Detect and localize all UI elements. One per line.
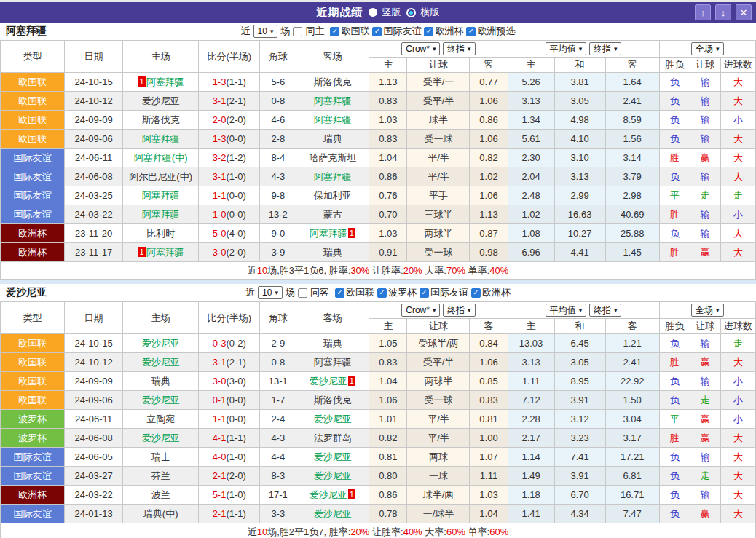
near-label: 近 — [241, 25, 251, 38]
team-name-link[interactable]: 瑞典(中) — [143, 508, 178, 519]
team-name-link[interactable]: 瑞典 — [323, 133, 342, 144]
league-filter-item: ✓欧国联 — [330, 25, 369, 38]
team-name-link[interactable]: 爱沙尼亚 — [310, 489, 347, 500]
team-name-link[interactable]: 斯洛伐克 — [314, 76, 352, 87]
match-count-select[interactable]: 10▾ — [253, 25, 278, 38]
team-name-link[interactable]: 爱沙尼亚 — [142, 338, 180, 349]
odds-company-select[interactable]: Crow*▾ — [401, 304, 440, 317]
odds-time-value: 终指 — [447, 305, 465, 315]
team-name-link[interactable]: 瑞士 — [151, 451, 170, 462]
team-name-link[interactable]: 爱沙尼亚 — [314, 451, 352, 462]
team-name-link[interactable]: 阿塞拜疆(中) — [134, 152, 188, 163]
team-name-heading: 阿塞拜疆 — [6, 25, 47, 38]
fulltime-score: 3-0 — [213, 376, 227, 387]
score-cell: 3-1(2-1) — [199, 92, 260, 111]
vertical-layout-radio[interactable] — [369, 8, 377, 17]
team-name-link[interactable]: 保加利亚 — [314, 190, 352, 201]
move-up-button[interactable]: ↑ — [695, 4, 711, 20]
sub-col-handicap: 让球 — [407, 319, 470, 334]
team-name-link[interactable]: 阿尔巴尼亚(中) — [129, 171, 192, 182]
result-handicap: 赢 — [690, 149, 720, 167]
team-name-link[interactable]: 阿塞拜疆 — [314, 114, 352, 125]
home-team-cell: 阿塞拜疆(中) — [123, 149, 199, 167]
avg-select[interactable]: 平均值▾ — [546, 304, 587, 317]
team-name-link[interactable]: 爱沙尼亚 — [142, 95, 180, 106]
team-name-link[interactable]: 阿塞拜疆 — [314, 357, 352, 368]
team-name-link[interactable]: 斯洛伐克 — [314, 395, 352, 406]
team-name-link[interactable]: 瑞典 — [323, 338, 342, 349]
result-handicap: 输 — [690, 372, 720, 391]
away-team-cell: 爱沙尼亚 — [296, 505, 369, 523]
league-checkbox[interactable]: ✓ — [420, 288, 429, 298]
col-header-score: 比分(半场) — [199, 302, 260, 334]
odds-away: 0.85 — [470, 372, 508, 391]
move-down-button[interactable]: ↓ — [715, 4, 731, 20]
league-checkbox[interactable]: ✓ — [471, 288, 481, 298]
team-name-link[interactable]: 波兰 — [151, 489, 170, 500]
odds-time-select[interactable]: 终指▾ — [443, 304, 476, 317]
team-name-link[interactable]: 阿塞拜疆 — [146, 76, 184, 87]
horizontal-layout-radio[interactable] — [406, 8, 416, 17]
league-checkbox[interactable]: ✓ — [330, 27, 339, 36]
same-venue-checkbox[interactable] — [298, 288, 307, 298]
league-checkbox[interactable]: ✓ — [466, 27, 476, 36]
league-checkbox-label: 欧国联 — [346, 286, 374, 299]
home-team-cell: 芬兰 — [123, 467, 199, 486]
same-venue-checkbox[interactable] — [293, 27, 302, 36]
team-name-link[interactable]: 爱沙尼亚 — [314, 508, 352, 519]
odds-handicap: 受半/一 — [407, 73, 470, 92]
match-date: 24-10-12 — [65, 353, 123, 372]
team-name-link[interactable]: 阿塞拜疆 — [314, 95, 352, 106]
team-name-link[interactable]: 瑞典 — [323, 247, 342, 258]
team-name-link[interactable]: 法罗群岛 — [314, 432, 352, 443]
odds-time-select[interactable]: 终指▾ — [443, 42, 476, 55]
score-cell: 2-1(1-1) — [199, 505, 260, 523]
team-name-link[interactable]: 阿塞拜疆 — [314, 171, 352, 182]
league-checkbox[interactable]: ✓ — [424, 27, 433, 36]
odds-company-select[interactable]: Crow*▾ — [401, 42, 440, 55]
team-name-link[interactable]: 爱沙尼亚 — [310, 376, 347, 387]
league-checkbox[interactable]: ✓ — [335, 288, 344, 298]
league-checkbox[interactable]: ✓ — [372, 27, 382, 36]
team-name-link[interactable]: 阿塞拜疆 — [142, 133, 180, 144]
team-name-link[interactable]: 瑞典 — [151, 376, 170, 387]
corner-count: 2-9 — [260, 334, 296, 353]
corner-count: 4-3 — [260, 167, 296, 186]
team-name-link[interactable]: 立陶宛 — [146, 414, 175, 424]
halftime-score: (0-2) — [226, 338, 245, 349]
match-count-select[interactable]: 10▾ — [258, 286, 283, 299]
avg-time-select[interactable]: 终指▾ — [589, 42, 622, 55]
avg-draw: 16.63 — [554, 205, 605, 224]
score-cell: 3-0(2-0) — [199, 243, 260, 262]
odds-company-group: Crow*▾ 终指▾ — [369, 41, 508, 58]
team-name-link[interactable]: 阿塞拜疆 — [142, 209, 180, 220]
team-name-link[interactable]: 哈萨克斯坦 — [309, 152, 356, 163]
avg-select[interactable]: 平均值▾ — [546, 42, 587, 55]
team-name-link[interactable]: 比利时 — [146, 228, 175, 239]
odds-home: 0.70 — [369, 205, 407, 224]
avg-time-select[interactable]: 终指▾ — [589, 304, 622, 317]
team-name-link[interactable]: 爱沙尼亚 — [142, 432, 180, 443]
avg-away: 17.21 — [605, 448, 659, 467]
league-badge: 国际友谊 — [1, 205, 65, 224]
team-name-link[interactable]: 爱沙尼亚 — [314, 414, 352, 424]
team-name-link[interactable]: 斯洛伐克 — [142, 114, 180, 125]
odds-away: 0.98 — [470, 243, 508, 262]
team-name-link[interactable]: 爱沙尼亚 — [142, 395, 180, 406]
col-header-type: 类型 — [1, 41, 65, 73]
team-name-link[interactable]: 阿塞拜疆 — [142, 190, 180, 201]
close-button[interactable]: ✕ — [736, 4, 752, 20]
scope-select[interactable]: 全场▾ — [691, 304, 724, 317]
league-checkbox[interactable]: ✓ — [377, 288, 387, 298]
result-outcome: 胜 — [659, 205, 690, 224]
team-name-link[interactable]: 芬兰 — [151, 470, 170, 481]
team-name-link[interactable]: 蒙古 — [323, 209, 342, 220]
team-name-link[interactable]: 阿塞拜疆 — [146, 247, 184, 258]
scope-select[interactable]: 全场▾ — [691, 42, 724, 55]
odds-handicap: 三球半 — [407, 205, 470, 224]
team-name-link[interactable]: 爱沙尼亚 — [314, 470, 352, 481]
team-name-link[interactable]: 爱沙尼亚 — [142, 357, 180, 368]
result-handicap: 赢 — [690, 429, 720, 448]
team-name-link[interactable]: 阿塞拜疆 — [310, 228, 347, 239]
result-handicap: 输 — [690, 73, 720, 92]
